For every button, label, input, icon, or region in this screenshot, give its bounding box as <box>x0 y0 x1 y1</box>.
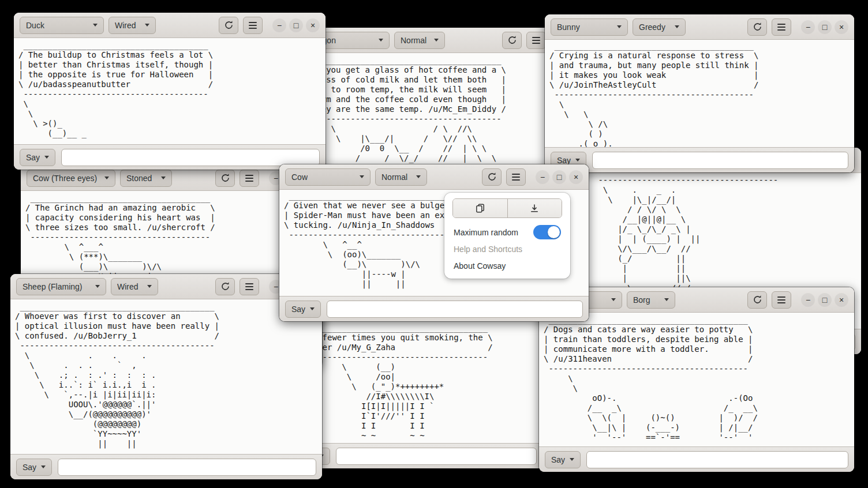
window-controls: − □ × <box>536 170 583 184</box>
say-input[interactable] <box>336 448 537 465</box>
maximize-button[interactable]: □ <box>818 293 832 307</box>
hamburger-icon <box>532 37 540 44</box>
say-dropdown-label: Say <box>23 463 36 472</box>
window-cow: Cow Normal − □ × _______________________… <box>279 164 589 321</box>
chevron-down-icon <box>41 466 46 468</box>
say-dropdown[interactable]: Say <box>545 451 581 468</box>
animal-dropdown[interactable]: Sheep (Flaming) <box>16 278 106 295</box>
say-dropdown[interactable]: Say <box>20 149 55 166</box>
hamburger-icon <box>777 296 785 303</box>
maximum-random-label: Maximum random <box>454 228 518 237</box>
mode-dropdown[interactable]: Normal <box>394 32 445 49</box>
ascii-art: ________________________________________… <box>545 40 854 147</box>
menu-button[interactable] <box>526 32 546 49</box>
say-input[interactable] <box>586 451 848 468</box>
maximize-button[interactable]: □ <box>552 170 566 184</box>
mode-dropdown[interactable]: Wired <box>111 278 158 295</box>
menu-button[interactable] <box>772 291 791 309</box>
mode-dropdown[interactable]: Greedy <box>633 18 686 36</box>
hamburger-icon <box>512 174 520 181</box>
say-dropdown[interactable]: Say <box>285 301 321 318</box>
refresh-icon <box>220 281 230 291</box>
refresh-button[interactable] <box>215 278 235 295</box>
refresh-icon <box>753 295 762 305</box>
refresh-button[interactable] <box>747 291 767 309</box>
menu-button[interactable] <box>506 168 526 186</box>
close-button[interactable]: × <box>569 170 583 184</box>
say-input[interactable] <box>61 149 320 166</box>
window-duck: Duck Wired − □ × _______________________… <box>14 13 326 170</box>
say-dropdown-label: Say <box>26 153 40 162</box>
ascii-output: ________________________________________… <box>545 40 854 147</box>
animal-dropdown[interactable]: Bunny <box>551 18 628 36</box>
say-bar: Say <box>539 446 854 472</box>
refresh-button[interactable] <box>502 32 522 49</box>
about-cowsay-label: About Cowsay <box>454 261 506 271</box>
ascii-output: ________________________________________… <box>539 313 854 446</box>
menu-button[interactable] <box>243 17 263 34</box>
minimize-button[interactable]: − <box>536 170 549 184</box>
menuitem-about-cowsay[interactable]: About Cowsay <box>449 257 566 274</box>
say-input[interactable] <box>58 459 316 476</box>
animal-dropdown[interactable]: Cow (Three eyes) <box>27 170 115 187</box>
chevron-down-icon <box>360 175 364 178</box>
say-bar: Say <box>10 454 322 479</box>
chevron-down-icon <box>664 298 669 301</box>
mode-dropdown[interactable]: Wired <box>108 17 156 34</box>
chevron-down-icon <box>310 307 315 310</box>
window-controls: − □ × <box>272 18 320 32</box>
menu-button[interactable] <box>772 18 791 36</box>
say-dropdown[interactable]: Say <box>16 459 52 476</box>
chevron-down-icon <box>44 156 49 159</box>
copy-icon <box>476 204 485 213</box>
titlebar[interactable]: Sheep (Flaming) Wired − □ × <box>10 274 322 299</box>
chevron-down-icon <box>575 159 580 162</box>
say-input[interactable] <box>327 301 583 318</box>
animal-dropdown-label: Cow <box>291 172 308 182</box>
chevron-down-icon <box>416 175 421 178</box>
mode-dropdown[interactable]: Normal <box>375 168 427 186</box>
chevron-down-icon <box>147 285 152 288</box>
hamburger-icon <box>249 22 257 29</box>
mode-dropdown[interactable]: Stoned <box>120 170 172 187</box>
minimize-button[interactable]: − <box>801 293 815 307</box>
copy-button[interactable] <box>453 199 507 217</box>
animal-dropdown[interactable]: Duck <box>20 17 104 34</box>
mode-dropdown[interactable]: Borg <box>627 291 675 309</box>
refresh-button[interactable] <box>482 168 502 186</box>
refresh-button[interactable] <box>747 18 767 36</box>
menuitem-help-and-shortcuts[interactable]: Help and Shortcuts <box>449 241 566 257</box>
close-button[interactable]: × <box>835 20 848 34</box>
maximum-random-toggle[interactable] <box>533 225 561 239</box>
minimize-button[interactable]: − <box>272 18 286 32</box>
chevron-down-icon <box>95 285 100 288</box>
menu-button[interactable] <box>240 278 259 295</box>
save-icon <box>530 204 539 213</box>
maximize-button[interactable]: □ <box>818 20 832 34</box>
minimize-button[interactable]: − <box>801 20 815 34</box>
menu-button[interactable] <box>240 170 259 187</box>
hamburger-icon <box>777 24 785 31</box>
maximize-button[interactable]: □ <box>289 18 303 32</box>
mode-dropdown-label: Stoned <box>126 174 152 183</box>
ascii-art: ________________________________________… <box>539 313 854 445</box>
animal-dropdown[interactable]: Cow <box>285 168 371 186</box>
menuitem-maximum-random[interactable]: Maximum random <box>449 224 566 241</box>
say-input[interactable] <box>592 152 848 169</box>
chevron-down-icon <box>104 177 109 179</box>
save-button[interactable] <box>507 199 562 217</box>
titlebar[interactable]: Bunny Greedy − □ × <box>545 14 854 40</box>
titlebar[interactable]: Duck Wired − □ × <box>14 13 326 38</box>
chevron-down-icon <box>161 177 166 179</box>
close-button[interactable]: × <box>306 18 320 32</box>
ascii-art: _______________________________________ … <box>289 320 542 443</box>
window-sheep: Sheep (Flaming) Wired − □ × ____________… <box>10 274 322 479</box>
refresh-button[interactable] <box>215 170 235 187</box>
refresh-icon <box>507 35 517 45</box>
titlebar[interactable]: Cow Normal − □ × <box>279 164 589 190</box>
say-bar: Say <box>545 147 854 172</box>
say-dropdown-label: Say <box>291 305 305 314</box>
animal-dropdown-label: Cow (Three eyes) <box>33 174 97 183</box>
close-button[interactable]: × <box>835 293 848 307</box>
refresh-button[interactable] <box>219 17 238 34</box>
